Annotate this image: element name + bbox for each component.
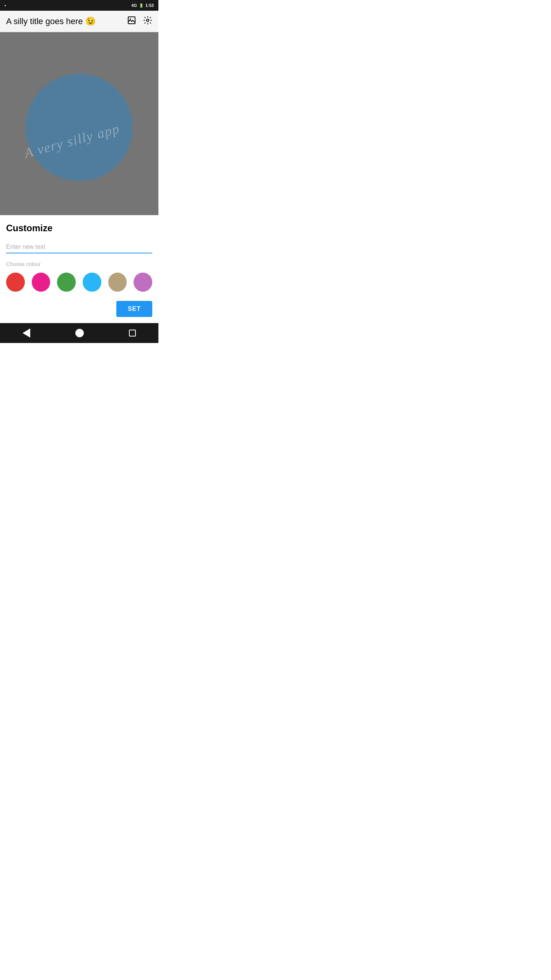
nav-bar bbox=[0, 323, 158, 343]
clock: 1:53 bbox=[145, 3, 154, 8]
circle-decoration bbox=[26, 74, 133, 181]
settings-icon[interactable] bbox=[143, 16, 152, 27]
network-indicator: 4G bbox=[131, 3, 137, 8]
app-title: A silly title goes here 😉 bbox=[6, 16, 127, 26]
nav-back-icon bbox=[23, 328, 30, 338]
svg-point-2 bbox=[147, 19, 149, 21]
nav-back-button[interactable] bbox=[23, 328, 30, 338]
nav-recents-icon bbox=[129, 330, 136, 336]
nav-home-icon bbox=[75, 329, 84, 337]
colour-swatch-red[interactable] bbox=[6, 273, 25, 292]
customize-heading: Customize bbox=[6, 223, 152, 234]
status-bar: ▪ 4G 🔋 1:53 bbox=[0, 0, 158, 11]
battery-icon: 🔋 bbox=[139, 3, 143, 8]
preview-area: A very silly app bbox=[0, 32, 158, 215]
colour-label: Choose colour bbox=[6, 261, 152, 267]
status-bar-right: 4G 🔋 1:53 bbox=[131, 3, 154, 8]
colour-swatch-orchid[interactable] bbox=[134, 273, 152, 292]
photo-icon[interactable] bbox=[127, 16, 136, 27]
colour-swatches bbox=[6, 273, 152, 292]
colour-swatch-tan[interactable] bbox=[108, 273, 127, 292]
set-button-row: SET bbox=[6, 301, 152, 317]
colour-swatch-blue[interactable] bbox=[83, 273, 101, 292]
app-bar: A silly title goes here 😉 bbox=[0, 11, 158, 32]
status-bar-left: ▪ bbox=[5, 3, 129, 8]
app-bar-actions bbox=[127, 16, 152, 27]
svg-point-1 bbox=[130, 18, 131, 20]
nav-home-button[interactable] bbox=[75, 329, 84, 337]
colour-swatch-pink[interactable] bbox=[32, 273, 51, 292]
text-input-wrapper bbox=[6, 241, 152, 253]
colour-swatch-green[interactable] bbox=[57, 273, 76, 292]
customize-panel: Customize Choose colour SET bbox=[0, 215, 158, 323]
nav-recents-button[interactable] bbox=[129, 330, 136, 336]
new-text-input[interactable] bbox=[6, 241, 152, 253]
set-button[interactable]: SET bbox=[116, 301, 152, 317]
